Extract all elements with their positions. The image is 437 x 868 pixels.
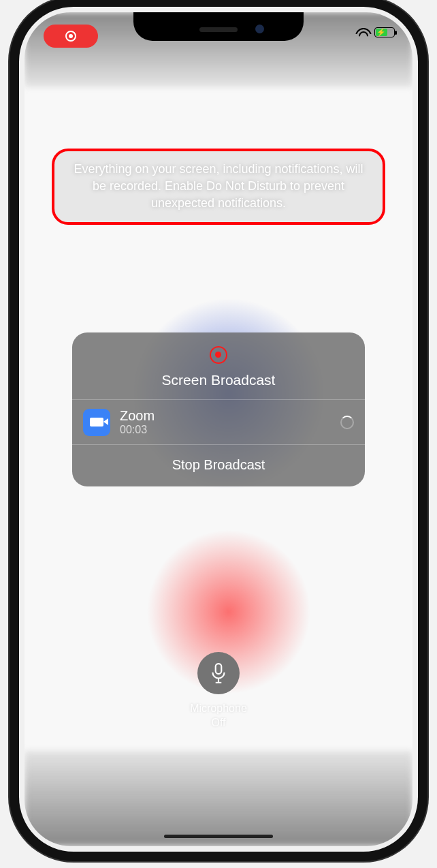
volume-down-button	[10, 232, 14, 279]
loading-spinner-icon	[340, 416, 354, 429]
earpiece	[199, 27, 238, 32]
front-camera	[255, 25, 264, 33]
record-icon	[65, 31, 76, 42]
status-right: ⚡	[355, 27, 395, 37]
recording-status-pill[interactable]	[44, 25, 98, 48]
zoom-app-icon	[83, 409, 110, 436]
broadcast-elapsed-time: 00:03	[120, 424, 331, 436]
screen: ⚡ Everything on your screen, including n…	[25, 12, 412, 846]
microphone-icon	[210, 663, 227, 683]
background-blur-bottom	[25, 751, 412, 846]
power-button	[423, 184, 427, 259]
battery-icon: ⚡	[374, 27, 395, 37]
broadcast-header: Screen Broadcast	[72, 332, 365, 399]
phone-frame: ⚡ Everything on your screen, including n…	[19, 7, 418, 852]
recording-warning-banner: Everything on your screen, including not…	[52, 149, 385, 225]
record-icon	[210, 346, 227, 364]
stop-broadcast-button[interactable]: Stop Broadcast	[172, 457, 265, 472]
microphone-label: Microphone	[190, 702, 247, 714]
broadcast-app-text: Zoom 00:03	[120, 408, 331, 436]
broadcast-title: Screen Broadcast	[83, 372, 354, 388]
microphone-state: Off	[211, 717, 225, 728]
home-indicator[interactable]	[164, 835, 273, 838]
broadcast-app-name: Zoom	[120, 408, 331, 424]
microphone-button[interactable]	[197, 652, 240, 694]
notch	[133, 12, 304, 41]
microphone-toggle[interactable]: Microphone Off	[25, 652, 412, 730]
volume-up-button	[10, 170, 14, 218]
recording-warning-text: Everything on your screen, including not…	[74, 162, 363, 210]
screen-broadcast-panel: Screen Broadcast Zoom 00:03 Stop Broadca…	[72, 332, 365, 486]
video-camera-icon	[90, 418, 103, 427]
svg-rect-0	[216, 664, 222, 674]
silent-switch	[10, 123, 14, 149]
broadcast-app-row[interactable]: Zoom 00:03	[72, 400, 365, 444]
charging-bolt-icon: ⚡	[376, 29, 386, 36]
wifi-icon	[355, 28, 369, 37]
